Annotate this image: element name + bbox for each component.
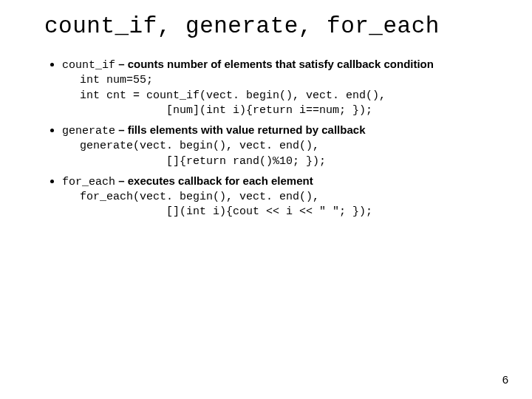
- code-block: for_each(vect. begin(), vect. end(), [](…: [80, 190, 488, 220]
- code-block: generate(vect. begin(), vect. end(), []{…: [80, 139, 488, 169]
- term: generate: [62, 125, 115, 137]
- list-item: count_if – counts number of elements tha…: [62, 57, 488, 118]
- slide-title: count_if, generate, for_each: [44, 13, 488, 39]
- desc: – executes callback for each element: [115, 174, 313, 187]
- desc: – fills elements with value returned by …: [115, 123, 365, 136]
- list-item: for_each – executes callback for each el…: [62, 174, 488, 220]
- term: count_if: [62, 59, 115, 72]
- desc: – counts number of elements that satisfy…: [115, 58, 434, 70]
- slide: count_if, generate, for_each count_if – …: [0, 0, 532, 399]
- page-number: 6: [502, 373, 508, 386]
- list-item: generate – fills elements with value ret…: [62, 123, 488, 169]
- bullet-list: count_if – counts number of elements tha…: [44, 57, 488, 220]
- term: for_each: [62, 176, 115, 188]
- code-block: int num=55; int cnt = count_if(vect. beg…: [80, 73, 488, 118]
